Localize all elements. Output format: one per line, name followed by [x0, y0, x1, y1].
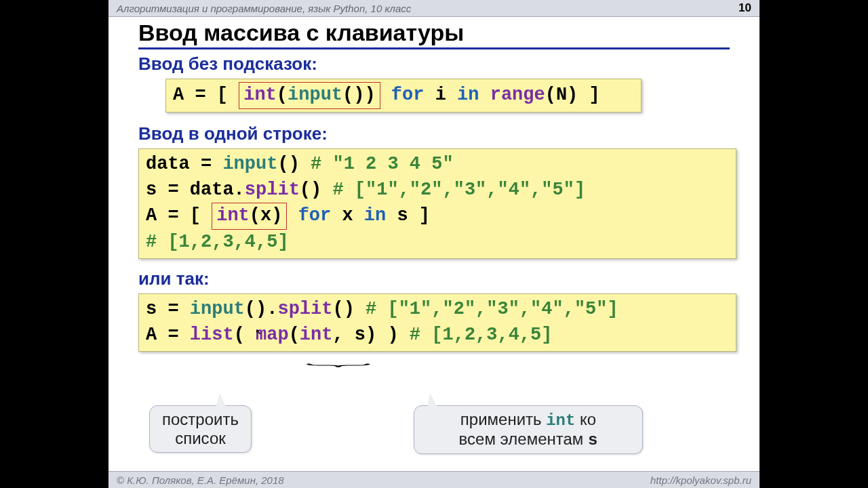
- breadcrumb: Алгоритмизация и программирование, язык …: [117, 3, 411, 14]
- section1-label: Ввод без подсказок:: [138, 54, 730, 75]
- comment: # "1 2 3 4 5": [300, 154, 454, 174]
- kw-split: split: [277, 299, 332, 319]
- codebox-3: s = input().split() # ["1","2","3","4","…: [138, 293, 736, 352]
- code-text: ): [364, 85, 375, 105]
- red-highlight: int(input()): [239, 82, 380, 109]
- code-text: s ]: [386, 205, 430, 226]
- topbar: Алгоритмизация и программирование, язык …: [108, 0, 760, 17]
- callout-mono: int: [546, 411, 575, 430]
- kw-in: in: [364, 205, 386, 226]
- kw-int: int: [243, 85, 277, 105]
- page-title: Ввод массива с клавиатуры: [138, 20, 730, 49]
- footer: © К.Ю. Поляков, Е.А. Ерёмин, 2018 http:/…: [108, 471, 760, 488]
- callout-right: применить int ко всем элементам s: [414, 405, 643, 454]
- kw-list: list: [190, 325, 234, 345]
- kw-map: map: [256, 325, 289, 345]
- slide: Алгоритмизация и программирование, язык …: [108, 0, 760, 488]
- comment: # [1,2,3,4,5]: [399, 325, 553, 345]
- code-text: (): [277, 154, 299, 174]
- kw-input: input: [190, 299, 245, 319]
- codebox-2: data = input() # "1 2 3 4 5" s = data.sp…: [138, 148, 736, 259]
- callout-mono: s: [588, 431, 597, 449]
- code-line: s = data.split() # ["1","2","3","4","5"]: [146, 178, 729, 203]
- footer-left: © К.Ю. Поляков, Е.А. Ерёмин, 2018: [117, 474, 284, 486]
- callout-text: применить: [460, 410, 546, 428]
- code-text: data =: [146, 154, 222, 174]
- footer-right: http://kpolyakov.spb.ru: [650, 474, 751, 486]
- code-text: (): [300, 180, 321, 200]
- code-text: i: [424, 85, 457, 105]
- page-number: 10: [738, 1, 751, 15]
- code-line: A = list( map(int, s) ) # [1,2,3,4,5]: [146, 323, 729, 348]
- comment: # [1,2,3,4,5]: [146, 232, 289, 252]
- kw-int: int: [216, 205, 250, 226]
- code-line: data = input() # "1 2 3 4 5": [146, 152, 729, 178]
- code-text: , s) ): [332, 325, 398, 345]
- callout-tail-icon: [427, 393, 438, 408]
- kw-input: input: [222, 154, 277, 174]
- code-text: ().: [245, 299, 278, 319]
- callout-left: построить список: [149, 405, 252, 453]
- code-text: A = [: [146, 205, 212, 226]
- section3-label: или так:: [138, 268, 730, 289]
- code-text: s = data.: [146, 180, 245, 200]
- codebox-1: A = [ int(input()) for i in range(N) ]: [165, 79, 642, 113]
- code-text: (x): [250, 205, 283, 226]
- section2-label: Ввод в одной строке:: [138, 123, 730, 144]
- code-line: A = [ int(x) for x in s ]: [146, 203, 729, 230]
- callout-tail-icon: [216, 393, 226, 408]
- comment: # ["1","2","3","4","5"]: [355, 299, 618, 319]
- kw-range: range: [479, 85, 545, 105]
- kw-for: for: [380, 85, 425, 105]
- code-text: (: [289, 325, 300, 345]
- code-text: (N) ]: [545, 85, 600, 105]
- code-text: s =: [146, 299, 190, 319]
- code-text: x: [331, 205, 364, 226]
- code-text: A = [: [173, 85, 239, 105]
- kw-split: split: [245, 180, 300, 200]
- kw-for: for: [287, 205, 331, 226]
- code-text: (): [342, 85, 364, 105]
- kw-in: in: [457, 85, 479, 105]
- comment: # ["1","2","3","4","5"]: [321, 180, 585, 200]
- code-text: A =: [146, 325, 190, 345]
- code-text: (): [332, 299, 354, 319]
- brace-icon: ⏟: [307, 348, 372, 369]
- code-line: s = input().split() # ["1","2","3","4","…: [146, 297, 729, 323]
- code-text: (: [234, 325, 256, 345]
- code-line: # [1,2,3,4,5]: [146, 230, 729, 256]
- kw-input: input: [288, 85, 342, 105]
- red-highlight: int(x): [212, 203, 287, 230]
- kw-int: int: [300, 325, 333, 345]
